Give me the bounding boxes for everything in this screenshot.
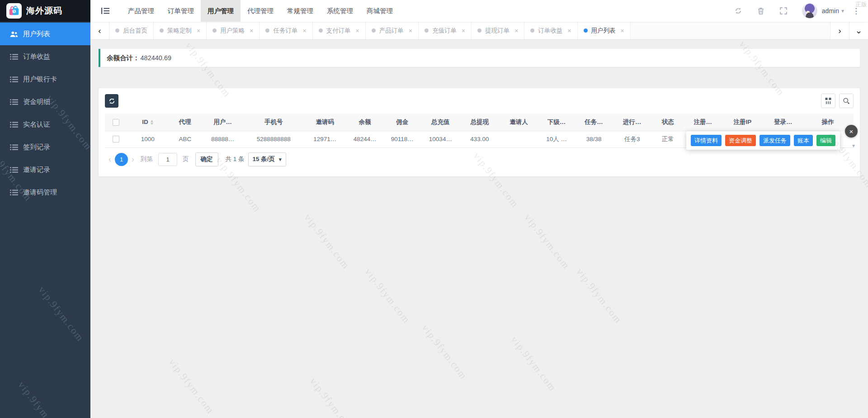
close-icon[interactable]: × (250, 27, 253, 34)
sidebar-item-label: 签到记录 (23, 143, 50, 152)
tab-task-orders[interactable]: 任务订单 × (259, 22, 312, 39)
nav-user-mgmt[interactable]: 用户管理 (201, 0, 241, 22)
nav-order-mgmt[interactable]: 订单管理 (161, 0, 201, 22)
sort-icon[interactable]: ▲▼ (150, 120, 154, 125)
header-id[interactable]: ID▲▼ (127, 114, 168, 131)
tab-strategy-custom[interactable]: 策略定制 × (154, 22, 207, 39)
close-icon[interactable]: × (621, 27, 624, 34)
sidebar-item-user-bankcards[interactable]: 用户银行卡 (0, 68, 90, 90)
sidebar-item-checkin-records[interactable]: 签到记录 (0, 136, 90, 158)
tab-dot (265, 28, 269, 33)
header-status: 状态 (651, 114, 684, 131)
funds-adjust-button[interactable]: 资金调整 (725, 135, 756, 146)
tab-order-earnings[interactable]: 订单收益 × (524, 22, 577, 39)
cell-inviter (499, 131, 538, 147)
refresh-icon[interactable] (733, 7, 743, 14)
list-icon (10, 121, 18, 128)
cell-status: 正常 (651, 131, 684, 147)
header-balance: 余额 (346, 114, 383, 131)
close-icon[interactable]: × (356, 27, 359, 34)
header-inviter: 邀请人 (499, 114, 538, 131)
select-all-checkbox[interactable] (113, 119, 119, 126)
sidebar-collapse-icon[interactable] (101, 8, 109, 14)
sidebar-item-invite-codes[interactable]: 邀请码管理 (0, 181, 90, 204)
tab-user-list[interactable]: 用户列表 × (578, 22, 631, 39)
sidebar-item-invite-records[interactable]: 邀请记录 (0, 158, 90, 181)
close-icon[interactable]: × (409, 27, 412, 34)
tabs-scroll-left-icon[interactable]: ‹ (90, 22, 109, 39)
users-icon (10, 31, 18, 38)
dispatch-task-button[interactable]: 派发任务 (760, 135, 790, 146)
sidebar-item-funds-detail[interactable]: 资金明细 (0, 90, 90, 113)
nav-mall-mgmt[interactable]: 商城管理 (360, 0, 400, 22)
table-search-button[interactable] (839, 94, 854, 108)
ledger-button[interactable]: 账本 (794, 135, 813, 146)
list-icon (10, 189, 18, 196)
goto-confirm-button[interactable]: 确定 (195, 152, 218, 166)
main-area: 产品管理 订单管理 用户管理 代理管理 常规管理 系统管理 商城管理 (90, 0, 868, 418)
table-refresh-button[interactable] (105, 94, 118, 108)
username: admin (822, 7, 839, 14)
close-icon[interactable]: × (197, 27, 200, 34)
tab-home[interactable]: 后台首页 (109, 22, 154, 39)
next-page-icon[interactable]: › (128, 155, 138, 164)
nav-general-mgmt[interactable]: 常规管理 (280, 0, 320, 22)
close-icon[interactable]: × (462, 27, 465, 34)
avatar[interactable] (802, 3, 817, 19)
row-checkbox-cell (105, 131, 127, 147)
close-icon[interactable]: × (514, 27, 518, 34)
sidebar-item-user-list[interactable]: 用户列表 (0, 23, 90, 45)
cell-tasks: 38/38 (575, 131, 613, 147)
nav-system-mgmt[interactable]: 系统管理 (320, 0, 360, 22)
table-toolbar (105, 94, 854, 108)
cell-id: 1000 (127, 131, 168, 147)
balance-summary-label: 余额合计： (107, 54, 140, 62)
tab-dot (477, 28, 481, 33)
close-icon[interactable]: × (567, 27, 571, 34)
balance-summary: 余额合计： 482440.69 (99, 49, 860, 67)
tab-user-strategy[interactable]: 用户策略 × (207, 22, 259, 39)
goto-label: 到第 (141, 155, 153, 163)
row-checkbox[interactable] (113, 136, 119, 142)
cell-agent: ABC (168, 131, 202, 147)
tab-pay-orders[interactable]: 支付订单 × (313, 22, 366, 39)
tab-label: 后台首页 (123, 27, 147, 35)
tab-recharge-orders[interactable]: 充值订单 × (419, 22, 472, 39)
sidebar-item-order-earnings[interactable]: 订单收益 (0, 45, 90, 68)
tab-bar: ‹ 后台首页 策略定制 × 用户策略 × 任务订单 × (90, 22, 868, 40)
tabs-list-icon[interactable]: ⌄ (849, 22, 868, 39)
chevron-down-icon: ▾ (841, 8, 844, 14)
fullscreen-icon[interactable] (778, 7, 788, 14)
popover-close-icon[interactable]: × (845, 125, 858, 138)
popover-caret-icon[interactable]: ▾ (852, 142, 855, 149)
logo-shopping-bag-icon: S (6, 3, 22, 19)
detail-info-button[interactable]: 详情资料 (691, 135, 722, 146)
list-icon (10, 144, 18, 151)
sidebar-item-realname-auth[interactable]: 实名认证 (0, 113, 90, 136)
tab-label: 支付订单 (326, 27, 351, 35)
column-filter-button[interactable] (821, 94, 835, 108)
tab-product-orders[interactable]: 产品订单 × (366, 22, 419, 39)
nav-product-mgmt[interactable]: 产品管理 (121, 0, 161, 22)
header-ongoing: 进行… (613, 114, 651, 131)
header-subordinates: 下级… (538, 114, 575, 131)
prev-page-icon[interactable]: ‹ (105, 155, 115, 164)
edit-button[interactable]: 编辑 (816, 135, 835, 146)
goto-page-input[interactable] (158, 153, 177, 166)
logo: S 海外源码 (0, 0, 90, 22)
close-icon[interactable]: × (302, 27, 306, 34)
page-size-select[interactable]: 15 条/页 ▾ (248, 152, 286, 166)
list-icon (10, 166, 18, 173)
balance-summary-value: 482440.69 (141, 54, 172, 62)
admin-app: S 海外源码 用户列表 订单收益 用户银行卡 资金明细 (0, 0, 868, 418)
nav-agent-mgmt[interactable]: 代理管理 (241, 0, 280, 22)
corner-watermark: 正版 (855, 0, 867, 9)
select-caret-icon: ▾ (279, 157, 282, 162)
user-menu[interactable]: admin ▾ (822, 7, 844, 14)
page-number-1[interactable]: 1 (115, 153, 128, 166)
tab-withdraw-orders[interactable]: 提现订单 × (472, 22, 524, 39)
tabs-scroll-right-icon[interactable]: › (830, 22, 849, 39)
svg-text:S: S (13, 10, 15, 13)
tab-label: 任务订单 (273, 27, 297, 35)
trash-icon[interactable] (756, 7, 766, 14)
